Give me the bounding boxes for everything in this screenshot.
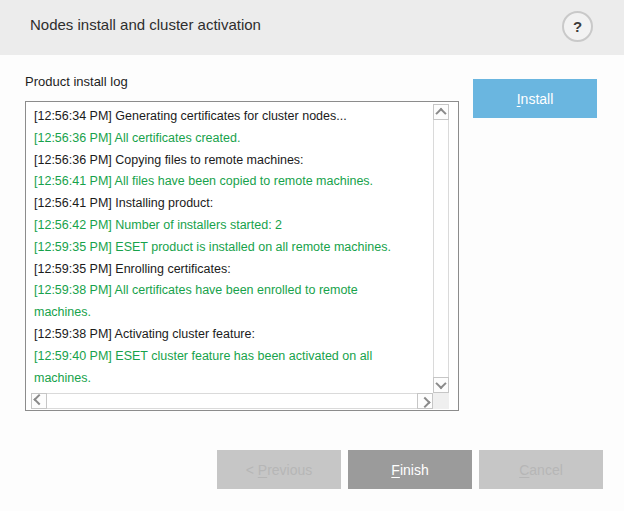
- log-line: [12:59:35 PM] ESET product is installed …: [34, 237, 422, 259]
- scroll-right-button[interactable]: [417, 393, 433, 409]
- install-button-label: Install: [517, 91, 554, 107]
- log-line: [12:59:38 PM] Activating cluster feature…: [34, 324, 422, 346]
- wizard-dialog: Nodes install and cluster activation ? P…: [0, 0, 624, 511]
- previous-button[interactable]: < Previous: [217, 450, 341, 489]
- log-line: [12:56:36 PM] Copying files to remote ma…: [34, 150, 422, 172]
- log-line: machines.: [34, 368, 422, 390]
- vertical-scrollbar[interactable]: [433, 104, 449, 393]
- chevron-up-icon: [435, 108, 446, 119]
- scroll-left-button[interactable]: [31, 393, 47, 409]
- dialog-header: Nodes install and cluster activation ?: [0, 0, 624, 55]
- log-line: [12:56:41 PM] All files have been copied…: [34, 171, 422, 193]
- scrollbar-corner: [433, 393, 449, 409]
- log-line: [12:59:40 PM] ESET cluster feature has b…: [34, 346, 422, 368]
- log-line: [12:56:36 PM] All certificates created.: [34, 128, 422, 150]
- wizard-navigation: < Previous Finish Cancel: [217, 450, 603, 489]
- vertical-scroll-track[interactable]: [433, 120, 449, 377]
- scroll-up-button[interactable]: [433, 104, 449, 120]
- previous-button-label: < Previous: [246, 462, 313, 478]
- scroll-down-button[interactable]: [433, 377, 449, 393]
- cancel-button[interactable]: Cancel: [479, 450, 603, 489]
- log-line: [12:59:35 PM] Enrolling certificates:: [34, 259, 422, 281]
- chevron-right-icon: [419, 397, 430, 408]
- log-line: [12:56:34 PM] Generating certificates fo…: [34, 106, 422, 128]
- install-button[interactable]: Install: [473, 79, 597, 118]
- horizontal-scrollbar[interactable]: [31, 393, 433, 409]
- cancel-button-label: Cancel: [519, 462, 563, 478]
- finish-button-label: Finish: [391, 462, 428, 478]
- log-line: machines.: [34, 302, 422, 324]
- log-line: [12:56:41 PM] Installing product:: [34, 193, 422, 215]
- log-label: Product install log: [25, 74, 128, 89]
- log-line: [12:56:42 PM] Number of installers start…: [34, 215, 422, 237]
- help-button[interactable]: ?: [562, 11, 593, 42]
- chevron-down-icon: [435, 378, 446, 389]
- chevron-left-icon: [33, 394, 44, 405]
- product-install-log[interactable]: [12:56:34 PM] Generating certificates fo…: [25, 101, 459, 411]
- page-title: Nodes install and cluster activation: [30, 16, 261, 33]
- question-mark-icon: ?: [573, 18, 582, 35]
- log-line: [12:59:38 PM] All certificates have been…: [34, 280, 422, 302]
- log-lines: [12:56:34 PM] Generating certificates fo…: [34, 106, 422, 390]
- finish-button[interactable]: Finish: [348, 450, 472, 489]
- horizontal-scroll-track[interactable]: [47, 393, 417, 409]
